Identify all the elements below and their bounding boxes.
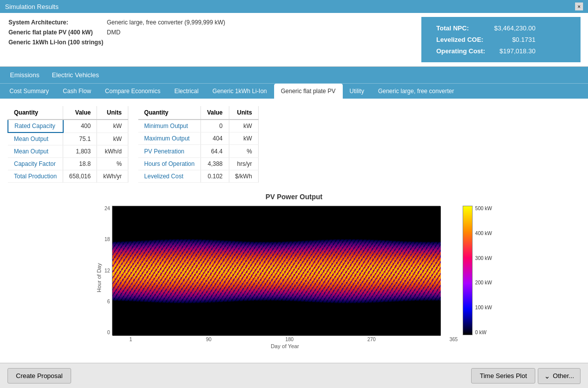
tab-utility[interactable]: Utility	[343, 84, 371, 99]
table-row: Hours of Operation4,388hrs/yr	[138, 157, 258, 170]
table-row: Maximum Output404kW	[138, 132, 258, 145]
x-tick: 90	[206, 337, 211, 342]
title-bar: Simulation Results ×	[0, 0, 588, 13]
y-ticks: 24181260	[104, 206, 112, 335]
time-series-button[interactable]: Time Series Plot	[471, 368, 535, 384]
table-left: QuantityValueUnitsRated Capacity400kWMea…	[7, 106, 128, 183]
coe-label: Levelized COE:	[432, 34, 489, 45]
colorbar-label: 300 kW	[475, 256, 492, 261]
other-label: Other...	[553, 372, 574, 380]
metrics-panel: Total NPC: $3,464,230.00 Levelized COE: …	[421, 17, 581, 62]
chart-container: PV Power Output Hour of Day 24181260 190…	[7, 193, 581, 350]
table-row: Mean Output1,803kWh/d	[8, 145, 128, 158]
battery-label: Generic 1kWh Li-Ion (100 strings)	[8, 38, 106, 47]
colorbar-label: 500 kW	[475, 206, 492, 211]
table-row: Capacity Factor18.8%	[8, 158, 128, 170]
pv-value: DMD	[107, 28, 228, 37]
y-tick: 24	[104, 206, 110, 211]
npc-value: $3,464,230.00	[490, 23, 539, 33]
tab-cash-flow[interactable]: Cash Flow	[56, 84, 98, 99]
window-title: Simulation Results	[5, 3, 59, 10]
tab-free-converter[interactable]: Generic large, free converter	[371, 84, 461, 99]
main-content: QuantityValueUnitsRated Capacity400kWMea…	[0, 99, 588, 362]
coe-value: $0.1731	[490, 34, 539, 45]
battery-value	[107, 38, 228, 47]
colorbar-label: 0 kW	[475, 330, 492, 335]
op-cost-label: Operating Cost:	[432, 46, 489, 56]
x-axis-label: Day of Year	[271, 343, 299, 349]
system-info-left: System Architecture: Generic large, free…	[7, 17, 421, 62]
x-tick: 1	[129, 337, 132, 342]
x-tick: 270	[367, 337, 376, 342]
y-tick: 0	[104, 330, 110, 335]
tabs-bar: Cost SummaryCash FlowCompare EconomicsEl…	[0, 83, 588, 99]
close-button[interactable]: ×	[575, 2, 583, 10]
table-row: Total Production658,016kWh/yr	[8, 170, 128, 183]
y-tick: 12	[104, 268, 110, 273]
tab-electrical[interactable]: Electrical	[167, 84, 205, 99]
colorbar-gradient	[463, 206, 473, 335]
nav-item-electric-vehicles[interactable]: Electric Vehicles	[47, 69, 104, 81]
x-tick: 365	[449, 337, 458, 342]
pv-label: Generic flat plate PV (400 kW)	[8, 28, 106, 37]
arch-label: System Architecture:	[8, 18, 106, 27]
create-proposal-button[interactable]: Create Proposal	[7, 368, 71, 384]
y-tick: 6	[104, 299, 110, 304]
table-row: Minimum Output0kW	[138, 120, 258, 132]
table-right: QuantityValueUnitsMinimum Output0kWMaxim…	[138, 106, 259, 183]
nav-bar: EmissionsElectric Vehicles	[0, 67, 588, 83]
table-row: Rated Capacity400kW	[8, 120, 128, 132]
x-axis-labels: 190180270365	[129, 337, 458, 342]
tab-cost-summary[interactable]: Cost Summary	[2, 84, 56, 99]
y-axis-label: Hour of Day	[96, 206, 102, 350]
colorbar-label: 400 kW	[475, 231, 492, 236]
tables-row: QuantityValueUnitsRated Capacity400kWMea…	[7, 106, 581, 183]
op-cost-value: $197,018.30	[490, 46, 539, 56]
nav-item-emissions[interactable]: Emissions	[5, 69, 44, 81]
chevron-down-icon: ⌄	[544, 372, 550, 380]
tab-li-ion[interactable]: Generic 1kWh Li-Ion	[205, 84, 274, 99]
tab-compare-economics[interactable]: Compare Economics	[98, 84, 167, 99]
table-row: Mean Output75.1kW	[8, 132, 128, 145]
bottom-bar: Create Proposal Time Series Plot ⌄ Other…	[0, 363, 588, 388]
system-info-bar: System Architecture: Generic large, free…	[0, 13, 588, 67]
table-row: PV Penetration64.4%	[138, 145, 258, 157]
colorbar-label: 200 kW	[475, 280, 492, 285]
arch-value: Generic large, free converter (9,999,999…	[107, 18, 228, 27]
x-tick: 180	[285, 337, 294, 342]
table-row: Levelized Cost0.102$/kWh	[138, 170, 258, 182]
y-tick: 18	[104, 237, 110, 242]
tab-flat-plate[interactable]: Generic flat plate PV	[274, 84, 343, 99]
chart-title: PV Power Output	[266, 193, 322, 201]
npc-label: Total NPC:	[432, 23, 489, 33]
colorbar-label: 100 kW	[475, 305, 492, 310]
colorbar-labels: 500 kW400 kW300 kW200 kW100 kW0 kW	[475, 206, 492, 335]
other-button[interactable]: ⌄ Other...	[538, 368, 581, 384]
